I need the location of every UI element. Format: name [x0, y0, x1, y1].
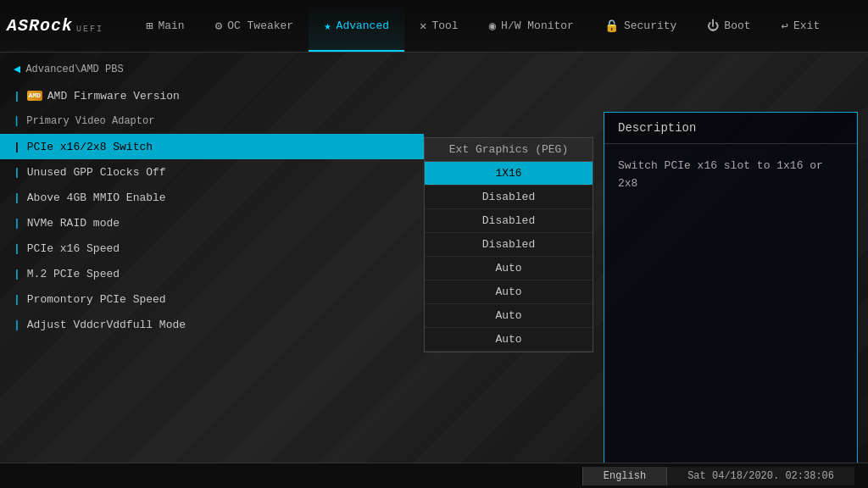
dropdown-header: Ext Graphics (PEG)	[425, 138, 593, 162]
amd-icon: AMD	[27, 91, 42, 101]
menu-adjust-vddcr[interactable]: Adjust VddcrVddfull Mode	[0, 312, 424, 337]
dropdown-option-4[interactable]: Auto	[425, 257, 593, 280]
brand-name: ASRock	[7, 16, 73, 36]
left-panel: ◄ Advanced\AMD PBS AMD AMD Firmware Vers…	[0, 53, 424, 463]
nav-exit[interactable]: ↩ Exit	[766, 0, 836, 52]
description-title: Description	[604, 113, 857, 144]
nav-hw-label: H/W Monitor	[501, 19, 574, 32]
description-body: Switch PCIe x16 slot to 1x16 or 2x8	[604, 144, 857, 463]
uefi-label: UEFI	[76, 25, 103, 36]
boot-icon: ⏻	[707, 19, 719, 33]
menu-unused-gpp[interactable]: Unused GPP Clocks Off	[0, 159, 424, 185]
menu-nvme-raid[interactable]: NVMe RAID mode	[0, 210, 424, 236]
nav-security-label: Security	[624, 19, 676, 32]
menu-promontory-speed[interactable]: Promontory PCIe Speed	[0, 286, 424, 312]
security-icon: 🔒	[604, 19, 619, 33]
top-nav-bar: ASRock UEFI ⊞ Main ⚙ OC Tweaker ★ Advanc…	[0, 0, 868, 53]
dropdown-option-7[interactable]: Auto	[425, 328, 593, 352]
oc-icon: ⚙	[215, 19, 222, 33]
bottom-status-bar: English Sat 04/18/2020. 02:38:06	[0, 463, 868, 488]
description-panel: Description Switch PCIe x16 slot to 1x16…	[604, 112, 858, 463]
nav-exit-label: Exit	[793, 19, 820, 32]
menu-m2-pcie-speed[interactable]: M.2 PCIe Speed	[0, 261, 424, 286]
amd-firmware-label: AMD Firmware Version	[47, 90, 180, 103]
unused-gpp-label: Unused GPP Clocks Off	[27, 166, 166, 179]
nav-main-label: Main	[158, 19, 184, 32]
nav-tool-label: Tool	[431, 19, 458, 32]
m2-pcie-speed-label: M.2 PCIe Speed	[27, 268, 120, 280]
menu-amd-firmware[interactable]: AMD AMD Firmware Version	[0, 83, 424, 108]
dropdown-option-0[interactable]: 1X16	[425, 162, 593, 186]
breadcrumb-arrow: ◄	[14, 63, 20, 76]
main-icon: ⊞	[146, 19, 153, 33]
nav-oc-tweaker[interactable]: ⚙ OC Tweaker	[200, 0, 309, 52]
nav-boot-label: Boot	[724, 19, 750, 32]
hw-icon: ◉	[489, 19, 496, 33]
pcie-switch-label: PCIe x16/2x8 Switch	[27, 141, 153, 153]
tool-icon: ✕	[420, 19, 426, 33]
dropdown-option-3[interactable]: Disabled	[425, 233, 593, 257]
nvme-raid-label: NVMe RAID mode	[27, 217, 120, 230]
menu-pcie-x16-speed[interactable]: PCIe x16 Speed	[0, 236, 424, 261]
main-content: ◄ Advanced\AMD PBS AMD AMD Firmware Vers…	[0, 53, 868, 463]
nav-main[interactable]: ⊞ Main	[131, 0, 200, 52]
nav-security[interactable]: 🔒 Security	[589, 0, 692, 52]
dropdown-option-1[interactable]: Disabled	[425, 186, 593, 209]
dropdown-option-6[interactable]: Auto	[425, 304, 593, 328]
nav-advanced[interactable]: ★ Advanced	[309, 0, 404, 52]
breadcrumb: ◄ Advanced\AMD PBS	[0, 59, 424, 80]
above-4gb-label: Above 4GB MMIO Enable	[27, 191, 166, 204]
nav-oc-label: OC Tweaker	[227, 19, 293, 32]
nav-advanced-label: Advanced	[337, 19, 389, 32]
nav-boot[interactable]: ⏻ Boot	[692, 0, 765, 52]
language-selector[interactable]: English	[582, 467, 667, 485]
menu-above-4gb[interactable]: Above 4GB MMIO Enable	[0, 185, 424, 210]
nav-tool[interactable]: ✕ Tool	[404, 0, 474, 52]
breadcrumb-text: Advanced\AMD PBS	[25, 64, 123, 75]
promontory-speed-label: Promontory PCIe Speed	[27, 293, 166, 306]
dropdown-option-5[interactable]: Auto	[425, 280, 593, 304]
advanced-icon: ★	[324, 19, 331, 33]
datetime-display: Sat 04/18/2020. 02:38:06	[667, 467, 854, 485]
pcie-x16-speed-label: PCIe x16 Speed	[27, 242, 120, 255]
menu-pcie-switch[interactable]: PCIe x16/2x8 Switch	[0, 134, 424, 159]
menu-primary-video[interactable]: Primary Video Adaptor	[0, 108, 424, 134]
primary-video-label: Primary Video Adaptor	[26, 115, 154, 127]
dropdown-panel: Ext Graphics (PEG) 1X16 Disabled Disable…	[424, 137, 593, 352]
exit-icon: ↩	[782, 19, 788, 33]
nav-hw-monitor[interactable]: ◉ H/W Monitor	[474, 0, 589, 52]
logo: ASRock UEFI	[7, 16, 117, 36]
adjust-vddcr-label: Adjust VddcrVddfull Mode	[27, 319, 186, 331]
dropdown-option-2[interactable]: Disabled	[425, 209, 593, 233]
